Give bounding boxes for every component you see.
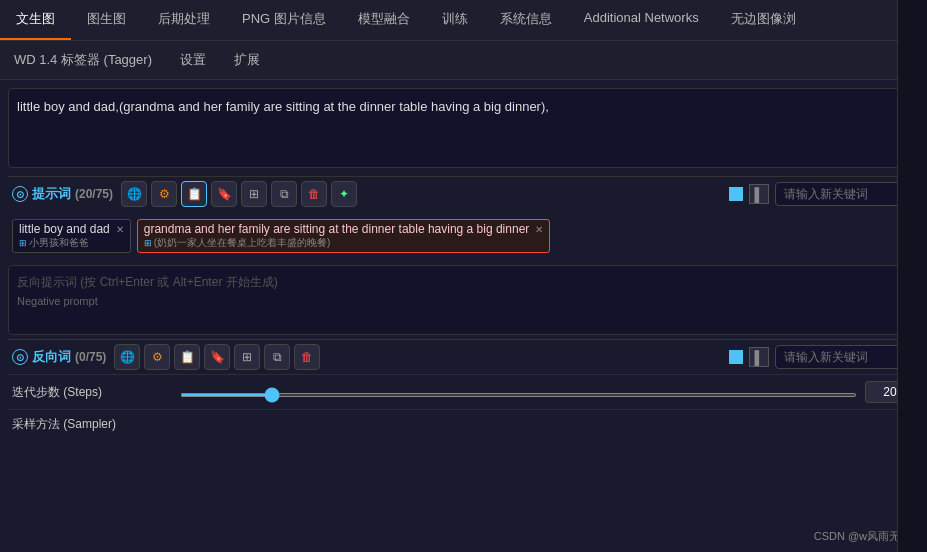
prompt-circle-icon: ⊙	[12, 186, 28, 202]
table-icon-btn[interactable]: ⊞	[241, 181, 267, 207]
tag-text: little boy and dad	[19, 222, 110, 236]
prompt-keyword-input[interactable]	[775, 182, 915, 206]
steps-row: 迭代步数 (Steps) 20	[8, 374, 919, 409]
neg-bookmark-icon-btn[interactable]: 🔖	[204, 344, 230, 370]
negative-section-title: ⊙ 反向词 (0/75)	[12, 348, 106, 366]
prompt-display-text: little boy and dad,(grandma and her fami…	[8, 88, 919, 168]
tag-sub-text: 小男孩和爸爸	[29, 236, 89, 250]
negative-section-header: ⊙ 反向词 (0/75) 🌐 ⚙ 📋 🔖 ⊞ ⧉ 🗑 ▌	[8, 339, 919, 374]
negative-keyword-input[interactable]	[775, 345, 915, 369]
prompt-toggle[interactable]: ▌	[749, 184, 769, 204]
negative-count-badge: (0/75)	[75, 350, 106, 364]
prompt-section-title: ⊙ 提示词 (20/75)	[12, 185, 113, 203]
tab-tagger[interactable]: WD 1.4 标签器 (Tagger)	[0, 45, 166, 75]
right-panel-strip	[897, 0, 927, 552]
negative-circle-icon: ⊙	[12, 349, 28, 365]
negative-prompt-hint: 反向提示词 (按 Ctrl+Enter 或 Alt+Enter 开始生成)	[17, 274, 910, 291]
neg-trash-icon-btn[interactable]: 🗑	[294, 344, 320, 370]
prompt-tags-area: little boy and dad ✕ ⊞ 小男孩和爸爸 grandma an…	[8, 211, 919, 261]
prompt-checkbox[interactable]	[729, 187, 743, 201]
prompt-section-header: ⊙ 提示词 (20/75) 🌐 ⚙ 📋 🔖 ⊞ ⧉ 🗑 ✦ ▌	[8, 176, 919, 211]
neg-gear-icon-btn[interactable]: ⚙	[144, 344, 170, 370]
steps-slider-container	[180, 385, 857, 400]
negative-toolbar: 🌐 ⚙ 📋 🔖 ⊞ ⧉ 🗑	[114, 344, 320, 370]
tag-sub-text-2: (奶奶一家人坐在餐桌上吃着丰盛的晚餐)	[154, 236, 331, 250]
negative-prompt-label: Negative prompt	[17, 295, 910, 307]
neg-clipboard-icon-btn[interactable]: 📋	[174, 344, 200, 370]
magic-icon-btn[interactable]: ✦	[331, 181, 357, 207]
tab-infinite-image[interactable]: 无边图像浏	[715, 0, 812, 40]
tab-additional-networks[interactable]: Additional Networks	[568, 0, 715, 40]
tab-pnginfo[interactable]: PNG 图片信息	[226, 0, 342, 40]
bookmark-icon-btn[interactable]: 🔖	[211, 181, 237, 207]
negative-checkbox[interactable]	[729, 350, 743, 364]
tab-txt2img[interactable]: 文生图	[0, 0, 71, 40]
trash-icon-btn[interactable]: 🗑	[301, 181, 327, 207]
prompt-title-label: 提示词	[32, 185, 71, 203]
prompt-keyword-area: ▌	[729, 182, 915, 206]
steps-slider[interactable]	[180, 393, 857, 397]
tab-postprocess[interactable]: 后期处理	[142, 0, 226, 40]
main-content: little boy and dad,(grandma and her fami…	[0, 80, 927, 447]
negative-keyword-area: ▌	[729, 345, 915, 369]
top-nav: 文生图 图生图 后期处理 PNG 图片信息 模型融合 训练 系统信息 Addit…	[0, 0, 927, 41]
second-nav: WD 1.4 标签器 (Tagger) 设置 扩展	[0, 41, 927, 80]
neg-copy-icon-btn[interactable]: ⧉	[264, 344, 290, 370]
tag-sub-icon: ⊞	[19, 238, 27, 248]
negative-title-label: 反向词	[32, 348, 71, 366]
prompt-toolbar: 🌐 ⚙ 📋 🔖 ⊞ ⧉ 🗑 ✦	[121, 181, 357, 207]
tag-close-btn[interactable]: ✕	[116, 224, 124, 235]
tag-grandma-family[interactable]: grandma and her family are sitting at th…	[137, 219, 551, 253]
tag-little-boy-dad[interactable]: little boy and dad ✕ ⊞ 小男孩和爸爸	[12, 219, 131, 253]
prompt-count-badge: (20/75)	[75, 187, 113, 201]
tag-sub-row: ⊞ 小男孩和爸爸	[19, 236, 124, 250]
globe-icon-btn[interactable]: 🌐	[121, 181, 147, 207]
copy-icon-btn[interactable]: ⧉	[271, 181, 297, 207]
neg-table-icon-btn[interactable]: ⊞	[234, 344, 260, 370]
tab-sysinfo[interactable]: 系统信息	[484, 0, 568, 40]
tab-settings[interactable]: 设置	[166, 45, 220, 75]
tab-extensions[interactable]: 扩展	[220, 45, 274, 75]
negative-toggle[interactable]: ▌	[749, 347, 769, 367]
sampler-label: 采样方法 (Sampler)	[12, 416, 172, 433]
tag-text-2: grandma and her family are sitting at th…	[144, 222, 530, 236]
tab-train[interactable]: 训练	[426, 0, 484, 40]
steps-label: 迭代步数 (Steps)	[12, 384, 172, 401]
tab-modelmerge[interactable]: 模型融合	[342, 0, 426, 40]
sampler-row: 采样方法 (Sampler)	[8, 409, 919, 439]
gear-icon-btn[interactable]: ⚙	[151, 181, 177, 207]
clipboard-icon-btn[interactable]: 📋	[181, 181, 207, 207]
prompt-text-content: little boy and dad,(grandma and her fami…	[17, 99, 549, 114]
tab-img2img[interactable]: 图生图	[71, 0, 142, 40]
tag-close-btn-2[interactable]: ✕	[535, 224, 543, 235]
negative-prompt-display[interactable]: 反向提示词 (按 Ctrl+Enter 或 Alt+Enter 开始生成) Ne…	[8, 265, 919, 335]
tag-main-row: little boy and dad ✕	[19, 222, 124, 236]
tag-main-row-2: grandma and her family are sitting at th…	[144, 222, 544, 236]
tag-sub-row-2: ⊞ (奶奶一家人坐在餐桌上吃着丰盛的晚餐)	[144, 236, 544, 250]
neg-globe-icon-btn[interactable]: 🌐	[114, 344, 140, 370]
tag-sub-icon-2: ⊞	[144, 238, 152, 248]
